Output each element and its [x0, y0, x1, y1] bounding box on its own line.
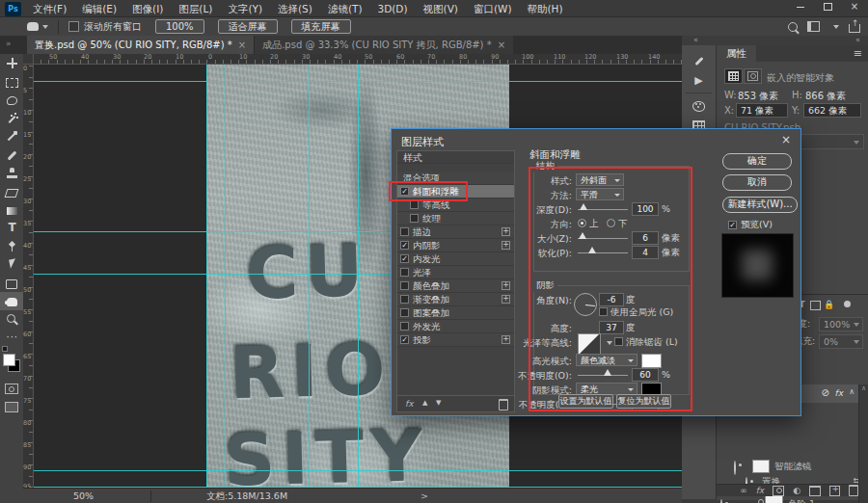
hand-tool-preset[interactable] — [27, 22, 48, 31]
tab-close-icon[interactable]: × — [498, 37, 505, 54]
style-item[interactable]: 光泽 — [397, 266, 514, 279]
style-checkbox[interactable] — [400, 187, 409, 196]
direction-up-radio[interactable] — [578, 219, 586, 227]
style-checkbox[interactable] — [400, 295, 409, 304]
collapse-effects-icon[interactable]: ∧ — [849, 387, 854, 396]
style-checkbox[interactable] — [400, 308, 409, 317]
size-slider[interactable] — [578, 238, 628, 239]
shape-tool[interactable] — [0, 274, 23, 292]
style-checkbox[interactable] — [400, 335, 409, 344]
menu-item[interactable]: 3D(D) — [369, 1, 415, 16]
layer-mask-thumbnail[interactable] — [765, 495, 783, 503]
highlight-opacity-field[interactable]: 60 — [632, 368, 659, 382]
eyedropper-tool[interactable] — [0, 127, 23, 146]
default-colors-icon[interactable] — [2, 346, 9, 352]
delete-layer-icon[interactable] — [849, 485, 858, 496]
quick-mask-button[interactable] — [5, 384, 18, 394]
fit-screen-button[interactable]: 适合屏幕 — [218, 19, 278, 34]
menu-item[interactable]: 文件(F) — [25, 1, 74, 16]
style-item[interactable]: 颜色叠加 — [397, 279, 514, 293]
add-style-icon[interactable]: fx — [756, 486, 765, 495]
toolbar-collapse-icon[interactable]: » — [6, 39, 12, 48]
quick-selection-tool[interactable] — [0, 109, 23, 127]
style-select[interactable]: 外斜面 — [576, 173, 624, 186]
cancel-button[interactable]: 取消 — [722, 174, 792, 191]
screen-mode-button[interactable] — [5, 402, 18, 412]
opacity-field[interactable]: 100% — [819, 317, 863, 331]
style-checkbox[interactable] — [400, 227, 409, 236]
maximize-button[interactable] — [814, 0, 841, 15]
smart-filters-row[interactable]: 智能滤镜 — [717, 459, 868, 474]
depth-slider[interactable] — [578, 209, 628, 210]
new-group-icon[interactable] — [809, 486, 821, 496]
smart-object-icon[interactable] — [724, 68, 743, 84]
type-tool[interactable] — [0, 219, 23, 237]
add-instance-icon[interactable] — [502, 281, 510, 290]
move-effect-up-icon[interactable]: ▲ — [422, 399, 427, 407]
zoom-level-field[interactable]: 50% — [68, 490, 151, 502]
layers-scrollbar[interactable]: ∧∨ — [858, 384, 868, 503]
style-item[interactable]: 图案叠加 — [397, 306, 514, 320]
new-adjustment-icon[interactable]: ◐ — [793, 486, 800, 495]
fill-field[interactable]: 0% — [819, 334, 863, 349]
menu-item[interactable]: 文字(Y) — [220, 1, 270, 16]
dialog-close-icon[interactable]: × — [781, 133, 791, 146]
anti-alias-checkbox[interactable] — [614, 337, 623, 346]
clone-stamp-tool[interactable] — [0, 164, 23, 182]
menu-item[interactable]: 图像(I) — [124, 1, 171, 16]
angle-field[interactable]: -6 — [599, 293, 624, 306]
eraser-tool[interactable] — [0, 182, 23, 200]
chevron-down-icon[interactable] — [607, 341, 612, 345]
zoom-100-button[interactable]: 100% — [155, 19, 204, 34]
soften-slider[interactable] — [578, 252, 628, 253]
zoom-tool[interactable] — [0, 310, 23, 329]
history-panel-icon[interactable] — [682, 51, 716, 70]
color-panel-icon[interactable] — [682, 96, 716, 116]
gloss-contour-thumbnail[interactable] — [578, 333, 601, 355]
close-button[interactable]: × — [841, 0, 868, 15]
preview-checkbox[interactable] — [728, 221, 737, 229]
set-default-button[interactable]: 设置为默认值 — [558, 394, 613, 409]
marquee-tool[interactable] — [0, 72, 23, 91]
menu-item[interactable]: 窗口(W) — [466, 1, 520, 16]
angle-dial[interactable] — [574, 293, 597, 316]
move-effect-down-icon[interactable]: ▼ — [436, 399, 441, 407]
global-light-checkbox[interactable] — [599, 307, 608, 316]
size-field[interactable]: 6 — [632, 231, 659, 245]
reset-default-button[interactable]: 复位为默认值 — [616, 394, 671, 409]
menu-item[interactable]: 滤镜(T) — [320, 1, 370, 16]
y-field[interactable]: 662 像素 — [803, 103, 861, 118]
brush-tool[interactable] — [0, 146, 23, 164]
hand-tool[interactable] — [0, 292, 23, 310]
highlight-color-swatch[interactable] — [641, 354, 662, 368]
highlight-opacity-slider[interactable] — [578, 375, 628, 376]
direction-down-radio[interactable] — [607, 219, 615, 227]
eye-icon[interactable] — [734, 461, 736, 475]
mask-properties-icon[interactable] — [744, 68, 762, 84]
minimize-button[interactable] — [787, 0, 814, 15]
pen-tool[interactable] — [0, 237, 23, 255]
menu-item[interactable]: 图层(L) — [171, 1, 220, 16]
fill-screen-button[interactable]: 填充屏幕 — [291, 19, 351, 34]
menu-item[interactable]: 帮助(H) — [520, 1, 571, 16]
menu-item[interactable]: 选择(S) — [270, 1, 320, 16]
filter-mask-thumbnail[interactable] — [752, 460, 770, 473]
move-tool[interactable] — [0, 54, 23, 72]
panel-menu-icon[interactable]: ≡ — [854, 47, 862, 60]
style-checkbox[interactable] — [400, 254, 409, 263]
workspace-icon[interactable] — [807, 21, 820, 32]
soften-field[interactable]: 4 — [632, 246, 659, 259]
style-checkbox[interactable] — [410, 214, 419, 223]
highlight-mode-select[interactable]: 颜色减淡 — [576, 354, 637, 366]
lasso-tool[interactable] — [0, 91, 23, 109]
style-checkbox[interactable] — [400, 268, 409, 277]
style-checkbox[interactable] — [400, 281, 409, 290]
document-tab[interactable]: 成品.psd @ 33.3% (CU RIO SITY 拷贝, RGB/8#) … — [254, 36, 513, 54]
new-style-button[interactable]: 新建样式(W)... — [722, 197, 798, 213]
path-select-tool[interactable] — [0, 255, 23, 274]
x-field[interactable]: 71 像素 — [736, 103, 788, 118]
layer-fx-icon[interactable]: fx — [835, 388, 844, 398]
color-swatches[interactable] — [0, 351, 23, 376]
add-effect-icon[interactable]: fx — [405, 399, 414, 409]
gradient-tool[interactable] — [0, 200, 23, 219]
